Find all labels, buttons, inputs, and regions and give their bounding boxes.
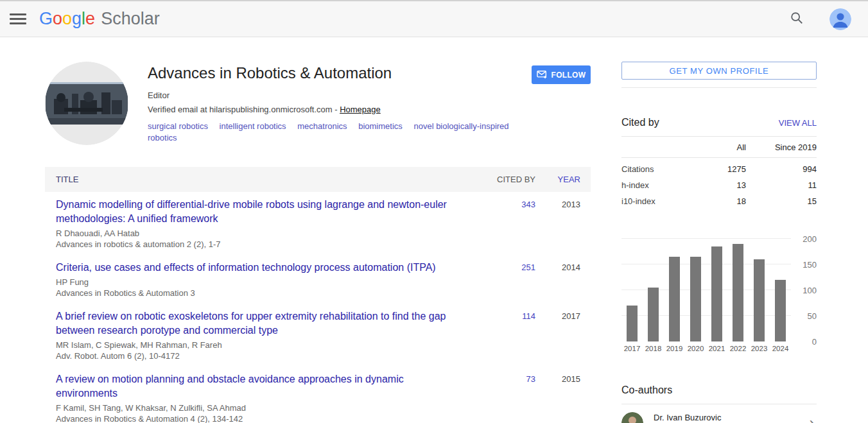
article-title-link[interactable]: A review on motion planning and obstacle…: [56, 372, 465, 401]
chart-bar-2023[interactable]: [754, 259, 765, 341]
follow-button[interactable]: FOLLOW: [532, 65, 591, 84]
logo-letter: g: [72, 9, 82, 29]
stat-all-value: 13: [695, 180, 746, 190]
chart-xtick-label: 2020: [685, 345, 706, 352]
h-index-row: h-index 13 11: [621, 177, 817, 193]
article-authors: R Dhaouadi, AA Hatab: [56, 228, 465, 239]
hamburger-menu-icon[interactable]: [10, 11, 26, 27]
articles-table-header: TITLE CITED BY YEAR: [45, 167, 591, 192]
logo-scholar-text: Scholar: [101, 9, 160, 29]
coauthor-item[interactable]: Dr. Ivan Buzurovic Harvard Medical Schoo…: [621, 412, 817, 423]
chart-bar-2024[interactable]: [775, 280, 786, 341]
logo-letter: G: [39, 9, 53, 29]
article-cited-by-count[interactable]: 343: [474, 198, 535, 250]
article-row: A review on motion planning and obstacle…: [45, 367, 591, 423]
interest-link[interactable]: mechatronics: [297, 121, 347, 131]
column-all: All: [695, 142, 746, 152]
chart-bar-2018[interactable]: [648, 288, 659, 341]
article-title-link[interactable]: Criteria, use cases and effects of infor…: [56, 261, 465, 275]
google-scholar-logo[interactable]: G o o g l e Scholar: [39, 9, 160, 29]
i10-index-row: i10-index 18 15: [621, 193, 817, 209]
column-since-2019: Since 2019: [746, 142, 817, 152]
verified-email-text: Verified email at hilarispublishing.onmi…: [148, 105, 340, 114]
cited-by-section-header: Cited by VIEW ALL: [621, 117, 817, 128]
chart-bar-2021[interactable]: [711, 246, 722, 341]
article-year: 2013: [535, 198, 591, 250]
column-year[interactable]: YEAR: [535, 175, 591, 184]
interest-link[interactable]: biomimetics: [358, 121, 403, 131]
column-cited-by[interactable]: CITED BY: [474, 175, 535, 184]
chart-bar-2022[interactable]: [733, 244, 743, 341]
chart-bar-2017[interactable]: [627, 306, 638, 341]
article-cited-by-count[interactable]: 114: [474, 309, 535, 361]
chart-ytick-label: 100: [803, 286, 817, 295]
profile-photo[interactable]: [45, 62, 128, 145]
coauthor-name[interactable]: Dr. Ivan Buzurovic: [654, 413, 773, 422]
user-avatar[interactable]: [829, 8, 851, 30]
chevron-right-icon[interactable]: ›: [810, 416, 817, 423]
article-row: A brief review on robotic exoskeletons f…: [45, 304, 591, 367]
interest-link[interactable]: surgical robotics: [148, 121, 208, 131]
article-cited-by-count[interactable]: 73: [474, 372, 535, 423]
verified-email: Verified email at hilarispublishing.onmi…: [148, 105, 532, 114]
logo-letter: e: [85, 9, 95, 29]
article-title-link[interactable]: Dynamic modelling of differential-drive …: [56, 198, 465, 226]
cited-by-columns: All Since 2019: [621, 137, 817, 157]
divider: [621, 87, 817, 88]
stat-all-value: 1275: [695, 164, 746, 174]
article-row: Dynamic modelling of differential-drive …: [45, 192, 591, 255]
column-title: TITLE: [56, 175, 474, 184]
logo-letter: o: [62, 9, 72, 29]
chart-xtick-label: 2018: [643, 345, 664, 352]
chart-ytick-label: 200: [803, 234, 817, 244]
stat-since-value: 15: [746, 196, 817, 206]
article-cited-by-count[interactable]: 251: [474, 261, 535, 298]
article-year: 2015: [535, 372, 591, 423]
top-app-bar: G o o g l e Scholar: [0, 0, 868, 37]
article-authors: MR Islam, C Spiewak, MH Rahman, R Fareh: [56, 340, 465, 350]
stat-label: h-index: [621, 180, 695, 190]
follow-label: FOLLOW: [551, 71, 586, 80]
stat-label: Citations: [621, 164, 695, 174]
chart-xtick-label: 2023: [749, 345, 770, 352]
chart-xtick-label: 2021: [706, 345, 727, 352]
chart-ytick-label: 150: [803, 260, 817, 270]
follow-email-icon: [537, 70, 548, 80]
interest-tags: surgical robotics intelligent robotics m…: [148, 121, 532, 144]
stat-label: i10-index: [621, 196, 695, 206]
view-all-link[interactable]: VIEW ALL: [779, 118, 817, 128]
article-authors: F Kamil, SH Tang, W Khaksar, N Zulkifli,…: [56, 402, 465, 413]
stat-since-value: 994: [746, 164, 817, 174]
chart-bar-2020[interactable]: [690, 257, 701, 341]
stat-all-value: 18: [695, 196, 746, 206]
coauthors-title: Co-authors: [621, 384, 817, 396]
cited-by-title: Cited by: [621, 117, 659, 128]
citations-per-year-chart: 20172018201920202021202220232024 0501001…: [621, 239, 817, 352]
stat-since-value: 11: [746, 180, 817, 190]
chart-bar-2019[interactable]: [669, 257, 680, 341]
divider: [621, 404, 817, 404]
search-icon[interactable]: [790, 11, 804, 28]
article-year: 2017: [535, 309, 591, 361]
logo-letter: o: [53, 9, 62, 29]
citations-row: Citations 1275 994: [621, 161, 817, 177]
chart-xtick-label: 2022: [727, 345, 749, 352]
chart-ytick-label: 50: [808, 311, 817, 321]
profile-name: Advances in Robotics & Automation: [148, 64, 532, 82]
article-venue: Advances in robotics & automation 2 (2),…: [56, 239, 465, 250]
get-my-own-profile-button[interactable]: GET MY OWN PROFILE: [621, 62, 817, 80]
chart-xtick-label: 2019: [664, 345, 685, 352]
homepage-link[interactable]: Homepage: [340, 105, 381, 114]
article-venue: Advances in Robotics & Automation 4 (2),…: [56, 413, 465, 423]
coauthor-avatar: [621, 412, 643, 423]
chart-xtick-label: 2024: [770, 345, 791, 352]
article-authors: HP Fung: [56, 277, 465, 288]
interest-link[interactable]: intelligent robotics: [220, 121, 286, 131]
profile-role: Editor: [148, 91, 532, 100]
article-title-link[interactable]: A brief review on robotic exoskeletons f…: [56, 309, 465, 338]
article-venue: Advances in Robotics & Automation 3: [56, 288, 465, 298]
article-venue: Adv. Robot. Autom 6 (2), 10-4172: [56, 350, 465, 361]
profile-header: Advances in Robotics & Automation Editor…: [45, 62, 591, 145]
coauthors-section: Co-authors Dr. Ivan Buzurovic Harvard Me…: [621, 384, 817, 423]
chart-xtick-label: 2017: [621, 345, 643, 352]
